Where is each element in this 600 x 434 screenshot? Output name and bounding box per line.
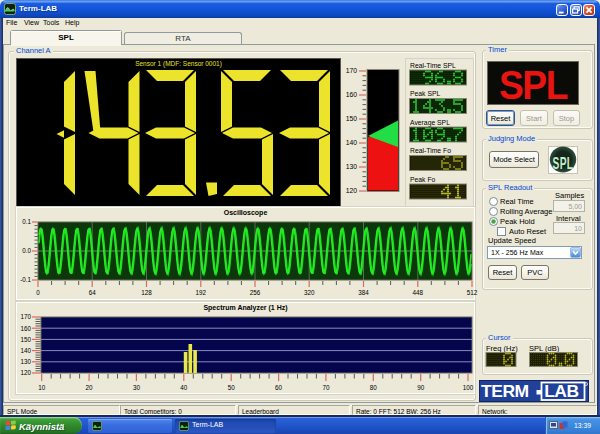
- svg-text:LAB: LAB: [544, 383, 579, 401]
- svg-text:TERM: TERM: [481, 383, 529, 401]
- svg-text:SPL: SPL: [553, 154, 574, 172]
